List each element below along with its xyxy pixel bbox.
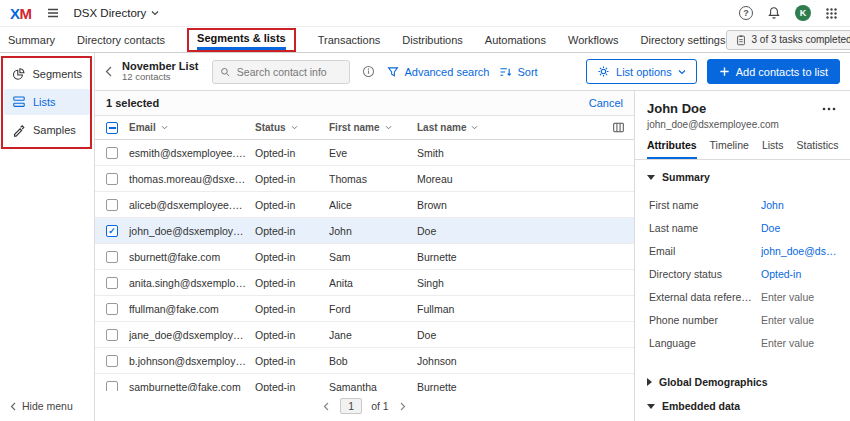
- table-row[interactable]: samburnette@fake.com Opted-in Samantha B…: [95, 374, 634, 391]
- hide-menu-button[interactable]: Hide menu: [0, 391, 94, 421]
- tab-directory-settings[interactable]: Directory settings: [641, 34, 726, 46]
- directory-selector[interactable]: DSX Directory: [74, 7, 160, 19]
- row-checkbox-checked[interactable]: [106, 225, 118, 237]
- annotation-box-segments-lists-tab: Segments & lists: [187, 28, 296, 52]
- table-row[interactable]: esmith@dsxemployee.com Opted-in Eve Smit…: [95, 140, 634, 166]
- xm-logo[interactable]: XM: [10, 5, 32, 22]
- sidebar-item-samples[interactable]: Samples: [4, 117, 90, 143]
- sidebar-item-segments[interactable]: Segments: [4, 61, 90, 87]
- column-header-email[interactable]: Email: [129, 122, 255, 133]
- cell-last-name: Johnson: [417, 355, 634, 367]
- table-row[interactable]: jane_doe@dsxemployee.... Opted-in Jane D…: [95, 322, 634, 348]
- list-options-button[interactable]: List options: [586, 59, 697, 84]
- column-settings-icon[interactable]: [602, 121, 634, 134]
- row-checkbox[interactable]: [106, 199, 118, 211]
- row-checkbox[interactable]: [106, 329, 118, 341]
- sidebar-item-label: Samples: [33, 124, 76, 136]
- tab-directory-contacts[interactable]: Directory contacts: [77, 34, 165, 46]
- table-row-selected[interactable]: john_doe@dsxemployee.... Opted-in John D…: [95, 218, 634, 244]
- table-header-row: Email Status First name Last name: [95, 116, 634, 140]
- sidebar-items: Segments Lists Samples: [0, 53, 94, 151]
- apps-grid-icon[interactable]: [823, 5, 840, 22]
- info-icon[interactable]: [360, 63, 377, 80]
- tasks-completed-badge[interactable]: 3 of 3 tasks completed: [726, 30, 850, 50]
- search-icon: [220, 66, 230, 78]
- add-contacts-button[interactable]: Add contacts to list: [707, 59, 840, 84]
- cell-last-name: Doe: [417, 225, 634, 237]
- search-input[interactable]: [237, 66, 343, 78]
- section-embedded-data-label: Embedded data: [662, 400, 740, 412]
- sort-link[interactable]: Sort: [499, 66, 537, 78]
- detail-tab-timeline[interactable]: Timeline: [710, 139, 749, 159]
- cell-status: Opted-in: [255, 173, 329, 185]
- sidebar-item-label: Lists: [33, 96, 56, 108]
- more-options-icon[interactable]: [820, 105, 838, 113]
- table-row[interactable]: thomas.moreau@dsxempl... Opted-in Thomas…: [95, 166, 634, 192]
- hide-menu-label: Hide menu: [22, 400, 73, 412]
- tab-distributions[interactable]: Distributions: [402, 34, 463, 46]
- page-number[interactable]: 1: [340, 398, 362, 414]
- contact-search-box[interactable]: [212, 60, 350, 84]
- row-checkbox[interactable]: [106, 303, 118, 315]
- field-last-name: Last name Doe: [649, 216, 838, 239]
- cell-status: Opted-in: [255, 147, 329, 159]
- section-global-demographics[interactable]: Global Demographics: [647, 376, 838, 388]
- section-embedded-data[interactable]: Embedded data: [647, 400, 838, 412]
- row-checkbox[interactable]: [106, 381, 118, 392]
- cell-email: anita.singh@dsxemployee...: [129, 277, 255, 289]
- detail-tab-lists[interactable]: Lists: [762, 139, 784, 159]
- back-chevron-icon[interactable]: [105, 66, 112, 77]
- column-header-status[interactable]: Status: [255, 122, 329, 133]
- section-summary[interactable]: Summary: [647, 171, 838, 183]
- field-language: Language Enter value: [649, 331, 838, 354]
- chevron-down-icon: [151, 10, 159, 16]
- topbar: XM DSX Directory ? K: [0, 0, 850, 27]
- tab-summary[interactable]: Summary: [8, 34, 55, 46]
- cell-first-name: Anita: [329, 277, 417, 289]
- chevron-left-icon: [10, 402, 16, 411]
- advanced-search-link[interactable]: Advanced search: [387, 66, 489, 78]
- cancel-selection-link[interactable]: Cancel: [589, 97, 623, 109]
- cell-status: Opted-in: [255, 225, 329, 237]
- column-header-last-name[interactable]: Last name: [417, 122, 602, 133]
- table-row[interactable]: anita.singh@dsxemployee... Opted-in Anit…: [95, 270, 634, 296]
- tab-segments-lists[interactable]: Segments & lists: [197, 32, 286, 50]
- sidebar-item-lists[interactable]: Lists: [4, 89, 90, 115]
- tab-automations[interactable]: Automations: [485, 34, 546, 46]
- detail-tab-attributes[interactable]: Attributes: [647, 139, 697, 159]
- detail-tab-statistics[interactable]: Statistics: [796, 139, 838, 159]
- notifications-bell-icon[interactable]: [765, 4, 783, 22]
- sort-label: Sort: [517, 66, 537, 78]
- cell-email: jane_doe@dsxemployee....: [129, 329, 255, 341]
- tasks-clipboard-icon: [735, 34, 747, 46]
- topbar-left: XM DSX Directory: [10, 4, 159, 22]
- user-avatar[interactable]: K: [795, 5, 811, 21]
- cell-first-name: Jane: [329, 329, 417, 341]
- hamburger-icon[interactable]: [44, 4, 62, 22]
- cell-last-name: Doe: [417, 329, 634, 341]
- main-area: November List 12 contacts Advanced searc…: [95, 53, 850, 421]
- tab-transactions[interactable]: Transactions: [318, 34, 381, 46]
- next-page-icon[interactable]: [398, 400, 408, 413]
- collapse-triangle-icon: [647, 404, 655, 409]
- column-header-first-name[interactable]: First name: [329, 122, 417, 133]
- help-icon[interactable]: ?: [739, 6, 753, 20]
- row-checkbox[interactable]: [106, 173, 118, 185]
- select-all-checkbox[interactable]: [106, 122, 118, 134]
- table-row[interactable]: aliceb@dsxemployee.com Opted-in Alice Br…: [95, 192, 634, 218]
- prev-page-icon[interactable]: [321, 400, 331, 413]
- row-checkbox[interactable]: [106, 277, 118, 289]
- directory-nav: Summary Directory contacts Segments & li…: [0, 27, 850, 53]
- table-rows: esmith@dsxemployee.com Opted-in Eve Smit…: [95, 140, 634, 391]
- row-checkbox[interactable]: [106, 251, 118, 263]
- table-row[interactable]: ffullman@fake.com Opted-in Ford Fullman: [95, 296, 634, 322]
- table-row[interactable]: b.johnson@dsxemployee.... Opted-in Bob J…: [95, 348, 634, 374]
- cell-status: Opted-in: [255, 303, 329, 315]
- table-row[interactable]: sburnett@fake.com Opted-in Sam Burnette: [95, 244, 634, 270]
- xm-logo-x: X: [10, 5, 20, 22]
- sidebar: Segments Lists Samples Hide menu: [0, 53, 95, 421]
- tab-workflows[interactable]: Workflows: [568, 34, 619, 46]
- row-checkbox[interactable]: [106, 147, 118, 159]
- field-directory-status: Directory status Opted-in: [649, 262, 838, 285]
- row-checkbox[interactable]: [106, 355, 118, 367]
